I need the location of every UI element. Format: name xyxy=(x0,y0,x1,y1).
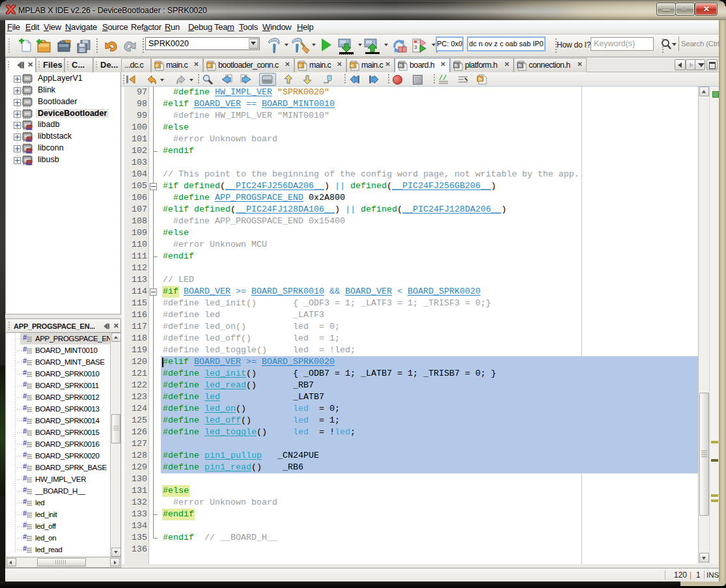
svg-text:#: # xyxy=(23,369,27,376)
svg-text:#: # xyxy=(23,334,27,341)
svg-text:h: h xyxy=(454,63,458,68)
svg-text:#: # xyxy=(23,451,27,458)
svg-text:h: h xyxy=(479,76,482,82)
svg-text:#: # xyxy=(23,393,27,400)
svg-text:#: # xyxy=(23,357,27,365)
svg-text:#: # xyxy=(23,545,27,552)
svg-text:#: # xyxy=(23,381,27,388)
svg-text://: // xyxy=(439,75,447,82)
svg-text:#: # xyxy=(23,510,27,517)
svg-text:3: 3 xyxy=(414,44,417,50)
svg-text:#: # xyxy=(23,428,27,435)
svg-text:#: # xyxy=(23,498,27,505)
svg-text:#: # xyxy=(23,404,27,412)
svg-text:#: # xyxy=(23,346,27,353)
svg-text:h: h xyxy=(518,63,522,68)
svg-text:#: # xyxy=(23,463,27,470)
svg-text:#: # xyxy=(23,486,27,494)
svg-text:#: # xyxy=(23,533,27,540)
svg-text:#: # xyxy=(23,416,27,423)
svg-text:#: # xyxy=(23,522,27,529)
svg-text:#: # xyxy=(23,475,27,482)
svg-text:#: # xyxy=(23,440,27,447)
svg-text:h: h xyxy=(399,63,402,68)
